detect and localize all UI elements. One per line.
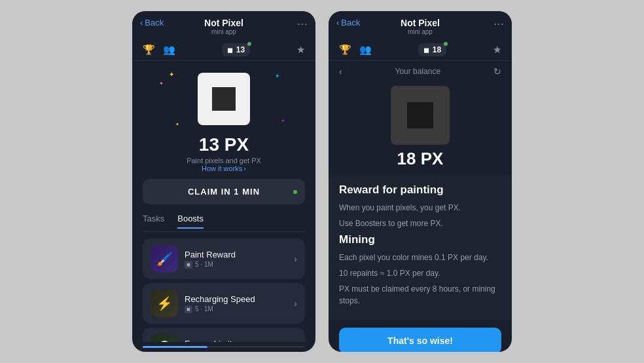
back-chevron-left: ‹ <box>140 18 143 28</box>
mining-text-2: 10 repaints ≈ 1.0 PX per day. <box>339 267 501 279</box>
how-it-works-text: How it works <box>202 164 242 172</box>
claim-button[interactable]: CLAIM IN 1 MIN <box>143 179 305 204</box>
px-desc-left: Paint pixels and get PX <box>143 157 305 164</box>
boost-meta-recharge: ◼ 5 · 1M <box>185 305 287 313</box>
boost-name-energy: Energy Limit <box>185 339 287 343</box>
online-dot-left <box>247 42 251 46</box>
balance-header: ‹ Your balance ↻ <box>329 61 512 79</box>
right-phone: ‹ Back Not Pixel mini app ⋯ 🏆 👥 ◼ 18 ★ ‹… <box>329 11 512 352</box>
sparkle-3: ✦ <box>275 73 280 79</box>
balance-nav-left[interactable]: ‹ <box>339 66 342 77</box>
back-button-left[interactable]: ‹ Back <box>140 18 164 28</box>
balance-inner-square <box>407 102 433 128</box>
boost-item-energy[interactable]: 🔋 Energy Limit ◼ 5 · 1M › <box>143 328 305 342</box>
pixel-nav-icon-right: ◼ <box>423 46 429 54</box>
left-phone: ‹ Back Not Pixel mini app ⋯ 🏆 👥 ◼ 13 ★ ✦… <box>132 11 315 352</box>
nav-icons-right: 🏆 👥 <box>339 44 372 56</box>
back-button-right[interactable]: ‹ Back <box>336 18 360 28</box>
reward-title: Reward for painting <box>339 183 501 197</box>
sparkle-2: ✦ <box>159 81 164 86</box>
app-subtitle-right: mini app <box>338 28 503 35</box>
boost-name-paint: Paint Reward <box>185 250 287 259</box>
menu-button-left[interactable]: ⋯ <box>297 18 308 30</box>
nav-count-right: 18 <box>433 45 441 54</box>
scroll-indicator-left <box>143 346 305 348</box>
tab-boosts[interactable]: Boosts <box>177 214 204 229</box>
boost-item-recharge[interactable]: ⚡ Recharging Speed ◼ 5 · 1M › <box>143 283 305 324</box>
star-icon-right[interactable]: ★ <box>493 44 501 56</box>
info-section: Reward for painting When you paint pixel… <box>329 174 512 320</box>
mining-text-1: Each pixel you color mines 0.1 PX per da… <box>339 252 501 263</box>
nav-bar-right: 🏆 👥 ◼ 18 ★ <box>329 39 512 61</box>
how-it-works-chevron: › <box>243 164 246 172</box>
claim-btn-dot <box>293 190 297 194</box>
claim-btn-label: CLAIM IN 1 MIN <box>188 187 260 197</box>
scroll-bar-left <box>143 346 207 348</box>
px-amount-left: 13 PX <box>143 134 305 155</box>
pixel-nav-icon-left: ◼ <box>227 46 233 54</box>
app-header-right: ‹ Back Not Pixel mini app ⋯ <box>329 11 512 39</box>
back-label-right: Back <box>341 18 360 28</box>
boost-list: 🖌️ Paint Reward ◼ 5 · 1M › ⚡ Recharging … <box>143 239 305 342</box>
phone-content-right: ‹ Your balance ↻ 18 PX Reward for painti… <box>329 61 512 352</box>
reward-text-1: When you paint pixels, you get PX. <box>339 202 501 214</box>
nav-center-left[interactable]: ◼ 13 <box>222 43 250 56</box>
chevron-paint: › <box>294 254 297 264</box>
back-label-left: Back <box>145 18 164 28</box>
boost-icon-recharge: ⚡ <box>151 290 178 317</box>
refresh-icon[interactable]: ↻ <box>493 66 501 77</box>
nav-bar-left: 🏆 👥 ◼ 13 ★ <box>132 39 315 61</box>
people-icon-left[interactable]: 👥 <box>163 44 175 56</box>
main-panel: ✦ ✦ ✦ ✦ ✦ 13 PX Paint pixels and get PX … <box>132 61 315 342</box>
boost-icon-paint: 🖌️ <box>151 245 178 273</box>
sparkle-1: ✦ <box>169 71 174 78</box>
menu-button-right[interactable]: ⋯ <box>493 18 504 30</box>
balance-pixel-container <box>329 79 512 149</box>
balance-label: Your balance <box>395 67 441 76</box>
trophy-icon-left[interactable]: 🏆 <box>143 44 155 56</box>
boost-icon-energy: 🔋 <box>151 334 178 342</box>
boost-info-energy: Energy Limit ◼ 5 · 1M <box>185 339 287 343</box>
boost-name-recharge: Recharging Speed <box>185 294 287 304</box>
meta-text-recharge: 5 · 1M <box>195 305 213 313</box>
boost-meta-paint: ◼ 5 · 1M <box>185 261 287 269</box>
people-icon-right[interactable]: 👥 <box>359 44 372 56</box>
sparkle-5: ✦ <box>175 122 179 127</box>
tabs-bar: Tasks Boosts <box>143 211 305 232</box>
tab-tasks[interactable]: Tasks <box>143 214 164 229</box>
app-header-left: ‹ Back Not Pixel mini app ⋯ <box>132 11 315 39</box>
meta-icon-recharge: ◼ <box>185 305 192 313</box>
pixel-icon-container: ✦ ✦ ✦ ✦ ✦ <box>143 67 305 130</box>
star-icon-left[interactable]: ★ <box>296 44 305 56</box>
balance-pixel-box <box>391 86 450 145</box>
inner-square-left <box>212 87 236 111</box>
back-chevron-right: ‹ <box>336 18 339 28</box>
nav-center-right[interactable]: ◼ 18 <box>418 43 446 56</box>
nav-count-left: 13 <box>236 45 245 54</box>
app-subtitle-left: mini app <box>141 28 306 35</box>
online-dot-right <box>444 42 448 46</box>
pixel-box-left <box>198 73 250 125</box>
nav-icons-left: 🏆 👥 <box>143 44 175 56</box>
balance-px-amount: 18 PX <box>329 149 512 174</box>
mining-text-3: PX must be claimed every 8 hours, or min… <box>339 283 501 307</box>
boost-info-recharge: Recharging Speed ◼ 5 · 1M <box>185 294 287 313</box>
app-title-left: Not Pixel <box>141 18 306 28</box>
boost-item-paint[interactable]: 🖌️ Paint Reward ◼ 5 · 1M › <box>143 239 305 279</box>
chevron-recharge: › <box>294 298 297 309</box>
app-title-right: Not Pixel <box>338 18 503 28</box>
meta-icon-paint: ◼ <box>185 261 192 269</box>
boost-info-paint: Paint Reward ◼ 5 · 1M <box>185 250 287 269</box>
sparkle-4: ✦ <box>281 118 285 124</box>
wise-button[interactable]: That's so wise! <box>339 328 501 352</box>
reward-text-2: Use Boosters to get more PX. <box>339 218 501 229</box>
trophy-icon-right[interactable]: 🏆 <box>339 44 351 56</box>
mining-title: Mining <box>339 233 501 246</box>
how-it-works-link[interactable]: How it works › <box>143 164 305 172</box>
meta-text-paint: 5 · 1M <box>195 261 213 268</box>
phone-content-left: ✦ ✦ ✦ ✦ ✦ 13 PX Paint pixels and get PX … <box>132 61 315 342</box>
